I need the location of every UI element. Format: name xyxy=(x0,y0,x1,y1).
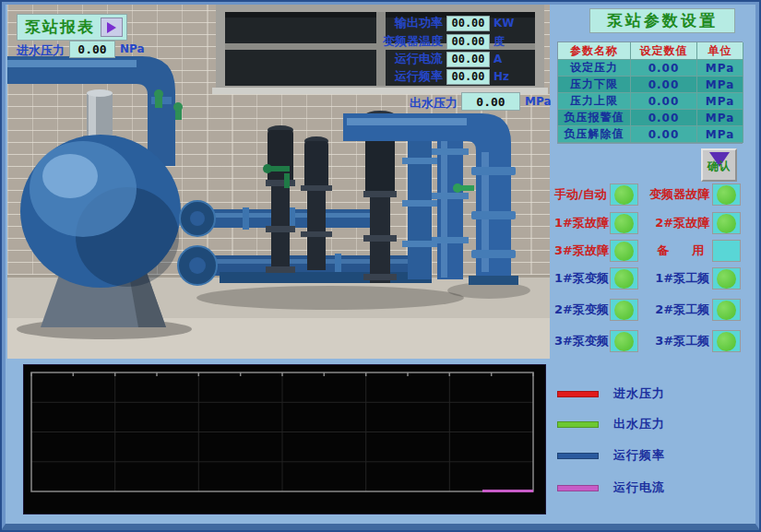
vfd-fault-led xyxy=(712,183,741,206)
param-name: 负压报警值 xyxy=(558,110,631,126)
report-button[interactable]: 泵站报表 xyxy=(17,14,127,41)
green-led-icon xyxy=(717,214,736,233)
pump3-mains-label: 3#泵工频 xyxy=(642,333,709,349)
outlet-pressure-unit: MPa xyxy=(525,95,552,108)
status-row: 1#泵故障 2#泵故障 xyxy=(554,211,741,235)
status-row: 3#泵变频 3#泵工频 xyxy=(554,329,741,353)
spare-led xyxy=(712,240,741,262)
manifold-pipes xyxy=(178,201,432,285)
legend-outlet-pressure: 出水压力 xyxy=(613,416,665,432)
riser-pipes xyxy=(402,126,469,279)
param-value[interactable]: 0.00 xyxy=(631,93,697,110)
hmi-screen: 泵站报表 进水压力 0.00 NPa 输出功率 00.00 KW 变频器温度 0… xyxy=(0,0,761,532)
outlet-pressure-label: 出水压力 xyxy=(397,95,458,112)
pump2-vfd-led xyxy=(610,299,638,321)
measurement-row: 运行电流 00.00 A xyxy=(347,51,559,67)
legend-item: 出水压力 xyxy=(557,416,665,432)
pump2-fault-label: 2#泵故障 xyxy=(642,215,709,231)
run-frequency-unit: Hz xyxy=(493,70,509,83)
vfd-fault-label: 变频器故障 xyxy=(642,186,710,203)
param-unit: MPa xyxy=(697,110,743,126)
legend-item: 运行电流 xyxy=(557,479,665,496)
legend-run-frequency: 运行频率 xyxy=(613,447,665,464)
status-row: 2#泵变频 2#泵工频 xyxy=(554,298,741,322)
legend-item: 进水压力 xyxy=(557,385,665,402)
param-unit: MPa xyxy=(697,77,743,93)
green-led-icon xyxy=(717,185,736,205)
pump1-mains-label: 1#泵工频 xyxy=(642,270,709,287)
pump2-mains-led xyxy=(712,299,741,321)
trend-plot xyxy=(24,365,545,514)
col-header-value: 设定数值 xyxy=(631,42,697,60)
param-value[interactable]: 0.00 xyxy=(631,126,697,143)
pump-shadow xyxy=(196,286,464,310)
report-arrow-button[interactable] xyxy=(101,18,123,37)
run-current-value: 00.00 xyxy=(446,52,490,67)
param-name: 负压解除值 xyxy=(558,126,631,143)
param-value[interactable]: 0.00 xyxy=(631,60,697,77)
output-power-value: 00.00 xyxy=(446,16,490,31)
trend-chart xyxy=(23,364,546,514)
param-name: 压力上限 xyxy=(558,93,631,110)
spare-label: 备 用 xyxy=(642,242,709,259)
legend-color-swatch xyxy=(557,453,599,459)
green-led-icon xyxy=(614,242,634,261)
col-header-unit: 单位 xyxy=(697,42,743,60)
status-row: 3#泵故障 备 用 xyxy=(554,239,741,263)
pump3-fault-label: 3#泵故障 xyxy=(554,242,607,259)
pump1-fault-label: 1#泵故障 xyxy=(554,215,607,231)
green-led-icon xyxy=(717,332,736,351)
param-name: 设定压力 xyxy=(558,60,631,77)
legend-color-swatch xyxy=(557,391,599,397)
confirm-button[interactable]: 确认 xyxy=(701,148,737,182)
vfd-temp-unit: 度 xyxy=(493,34,505,50)
vfd-temp-value: 00.00 xyxy=(446,34,490,50)
param-unit: MPa xyxy=(697,93,743,110)
output-power-label: 输出功率 xyxy=(347,15,443,31)
legend-inlet-pressure: 进水压力 xyxy=(613,385,665,402)
outlet-pressure-value: 0.00 xyxy=(461,92,520,111)
play-arrow-icon xyxy=(107,22,116,33)
green-led-icon xyxy=(614,214,634,233)
pump3-fault-led xyxy=(610,240,638,262)
green-led-icon xyxy=(717,269,736,289)
legend-run-current: 运行电流 xyxy=(613,479,665,496)
legend-color-swatch xyxy=(557,421,599,428)
param-name: 压力下限 xyxy=(558,77,631,93)
inlet-pressure-label: 进水压力 xyxy=(17,42,65,59)
legend-item: 运行频率 xyxy=(557,447,665,464)
measurement-row: 输出功率 00.00 KW xyxy=(347,15,559,31)
status-row: 1#泵变频 1#泵工频 xyxy=(554,266,741,290)
output-power-unit: KW xyxy=(493,17,515,30)
param-value[interactable]: 0.00 xyxy=(631,77,697,93)
pump2-mains-label: 2#泵工频 xyxy=(642,301,709,318)
measurement-row: 运行频率 00.00 Hz xyxy=(347,68,559,85)
grid-lines xyxy=(31,372,533,491)
manual-auto-led xyxy=(610,183,638,206)
pump1-fault-led xyxy=(610,212,638,234)
confirm-button-label: 确认 xyxy=(707,159,731,174)
vfd-temp-label: 变频器温度 xyxy=(347,33,443,50)
green-led-icon xyxy=(614,185,634,205)
run-frequency-label: 运行频率 xyxy=(347,68,443,85)
report-button-label: 泵站报表 xyxy=(25,17,95,38)
run-current-label: 运行电流 xyxy=(347,51,443,67)
pump1-vfd-label: 1#泵变频 xyxy=(554,270,607,287)
pump3-vfd-label: 3#泵变频 xyxy=(554,333,607,349)
inlet-pressure-value: 0.00 xyxy=(69,41,115,58)
pump3-vfd-led xyxy=(610,330,638,352)
run-current-unit: A xyxy=(493,53,502,65)
green-led-icon xyxy=(614,301,634,320)
legend-color-swatch xyxy=(557,485,599,491)
green-led-icon xyxy=(614,332,634,351)
pump1-mains-led xyxy=(712,267,741,290)
pump2-vfd-label: 2#泵变频 xyxy=(554,301,607,318)
green-led-icon xyxy=(717,301,736,320)
green-led-icon xyxy=(614,269,634,289)
param-value[interactable]: 0.00 xyxy=(631,110,697,126)
col-header-name: 参数名称 xyxy=(558,42,631,60)
param-unit: MPa xyxy=(697,126,743,143)
pump1-vfd-led xyxy=(610,267,638,290)
manual-auto-label: 手动/自动 xyxy=(554,186,607,203)
measurement-row: 变频器温度 00.00 度 xyxy=(347,33,559,50)
